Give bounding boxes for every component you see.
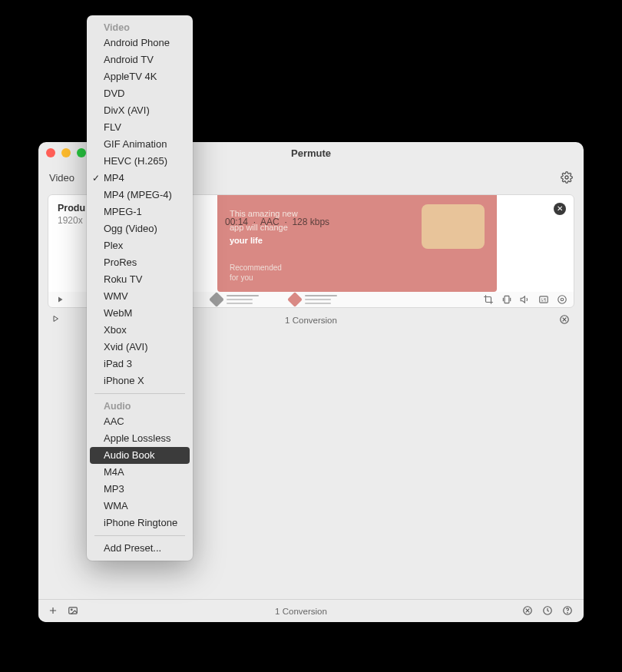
file-audio-codec: AAC: [260, 217, 280, 227]
cancel-icon[interactable]: [522, 605, 534, 617]
menu-separator: [94, 393, 185, 394]
menu-item[interactable]: FLV: [87, 119, 193, 136]
menu-section-audio: Audio: [87, 398, 193, 413]
svg-point-3: [561, 298, 564, 301]
menu-separator: [94, 535, 185, 536]
menu-item[interactable]: GIF Animation: [87, 136, 193, 153]
menu-item[interactable]: Plex: [87, 237, 193, 254]
file-duration: 00:14: [225, 217, 248, 227]
menu-item[interactable]: iPhone X: [87, 372, 193, 389]
menu-item[interactable]: MPEG-1: [87, 204, 193, 220]
play-all-icon[interactable]: [51, 314, 63, 326]
svg-point-7: [71, 608, 72, 610]
format-dropdown-label[interactable]: Video: [49, 172, 74, 184]
menu-item[interactable]: HEVC (H.265): [87, 153, 193, 170]
menu-section-video: Video: [87, 19, 193, 35]
volume-icon[interactable]: [520, 294, 531, 305]
menu-item[interactable]: AAC: [87, 413, 193, 430]
menu-item[interactable]: WebM: [87, 305, 193, 322]
scrub-thumb-1: [211, 294, 259, 305]
add-file-button[interactable]: [48, 605, 60, 617]
help-icon[interactable]: [562, 605, 574, 617]
menu-item[interactable]: ProRes: [87, 254, 193, 271]
menu-item[interactable]: DivX (AVI): [87, 102, 193, 119]
remove-file-button[interactable]: ✕: [554, 203, 566, 215]
preview-thumbnail: [422, 204, 485, 249]
clear-conversions-icon[interactable]: [559, 314, 571, 326]
svg-point-4: [558, 296, 567, 304]
menu-item[interactable]: WMA: [87, 498, 193, 515]
menu-item[interactable]: Android TV: [87, 51, 193, 68]
menu-item[interactable]: MP4: [87, 170, 193, 187]
settings-icon[interactable]: [557, 294, 567, 305]
file-bitrate: 128 kbps: [292, 217, 329, 227]
format-dropdown-menu: Video Android PhoneAndroid TVAppleTV 4KD…: [87, 15, 193, 561]
video-preview: This amazing new app will change your li…: [217, 195, 497, 292]
menu-item-add-preset[interactable]: Add Preset...: [87, 540, 193, 557]
menu-item[interactable]: Xbox: [87, 322, 193, 339]
menu-item[interactable]: Xvid (AVI): [87, 339, 193, 356]
zoom-window-button[interactable]: [77, 148, 86, 157]
menu-item[interactable]: iPad 3: [87, 356, 193, 372]
footer: 1 Conversion: [38, 599, 584, 622]
menu-item[interactable]: Apple Lossless: [87, 430, 193, 447]
menu-item[interactable]: iPhone Ringtone: [87, 515, 193, 531]
menu-item[interactable]: DVD: [87, 85, 193, 102]
menu-item[interactable]: MP3: [87, 481, 193, 498]
trim-icon[interactable]: [501, 294, 512, 305]
menu-item[interactable]: Audio Book: [90, 447, 190, 464]
menu-item[interactable]: WMV: [87, 288, 193, 305]
subtitle-icon[interactable]: [538, 294, 549, 305]
history-icon[interactable]: [542, 605, 554, 617]
svg-rect-1: [505, 296, 509, 303]
svg-point-0: [565, 176, 568, 179]
scrub-thumb-2: [289, 294, 337, 305]
menu-item[interactable]: Roku TV: [87, 271, 193, 288]
menu-item[interactable]: Android Phone: [87, 35, 193, 51]
minimize-window-button[interactable]: [61, 148, 71, 157]
menu-item[interactable]: M4A: [87, 464, 193, 481]
close-window-button[interactable]: [46, 148, 55, 157]
menu-item[interactable]: MP4 (MPEG-4): [87, 187, 193, 204]
footer-status: 1 Conversion: [88, 607, 514, 616]
gear-icon[interactable]: [561, 171, 573, 184]
menu-item[interactable]: AppleTV 4K: [87, 68, 193, 85]
image-icon[interactable]: [68, 605, 80, 617]
menu-item[interactable]: Ogg (Video): [87, 220, 193, 237]
play-icon[interactable]: [55, 294, 65, 305]
crop-icon[interactable]: [483, 294, 494, 305]
window-controls: [46, 148, 86, 157]
svg-point-11: [567, 612, 568, 613]
